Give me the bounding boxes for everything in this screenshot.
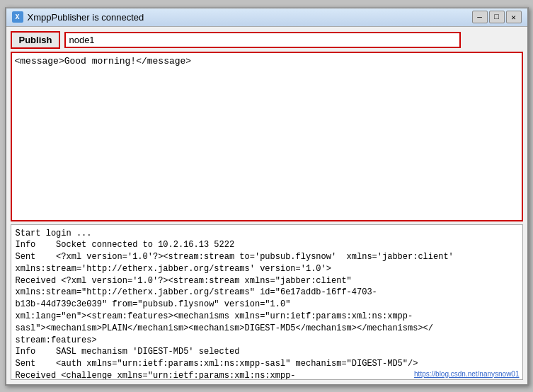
title-bar: X XmppPublisher is connected — □ ✕: [6, 8, 527, 27]
window-title: XmppPublisher is connected: [28, 12, 144, 23]
node-input[interactable]: [64, 32, 461, 48]
main-window: X XmppPublisher is connected — □ ✕ Publi…: [5, 7, 529, 386]
close-button[interactable]: ✕: [506, 11, 522, 23]
log-line: Info SASL mechanism 'DIGEST-MD5' selecte…: [16, 346, 518, 358]
log-line: xmlns:stream="http://etherx.jabber.org/s…: [16, 287, 518, 299]
title-controls: — □ ✕: [472, 11, 522, 23]
minimize-button[interactable]: —: [472, 11, 488, 23]
log-line: sasl"><mechanism>PLAIN</mechanism><mecha…: [16, 323, 518, 335]
toolbar-row: Publish: [11, 31, 523, 49]
app-icon: X: [12, 11, 23, 23]
log-line: Start login ...: [16, 228, 518, 240]
log-line: stream:features>: [16, 335, 518, 347]
message-text: <message>Good morning!</message>: [15, 56, 192, 67]
watermark: https://blog.csdn.net/nanysnow01: [414, 370, 519, 378]
log-line: xmlns:stream='http://etherx.jabber.org/s…: [16, 263, 518, 275]
log-line: Sent <auth xmlns="urn:ietf:params:xml:ns…: [16, 358, 518, 370]
message-area[interactable]: <message>Good morning!</message>: [11, 52, 523, 221]
log-line: b13b-44d739c3e039" from="pubsub.flysnow"…: [16, 299, 518, 311]
log-line: xml:lang="en"><stream:features><mechanis…: [16, 311, 518, 323]
log-line: Sent <?xml version='1.0'?><stream:stream…: [16, 251, 518, 263]
restore-button[interactable]: □: [489, 11, 505, 23]
log-area-container: Start login ...Info Socket connected to …: [11, 224, 523, 380]
publish-button[interactable]: Publish: [11, 31, 61, 49]
log-area[interactable]: Start login ...Info Socket connected to …: [11, 225, 522, 379]
log-line: Info Socket connected to 10.2.16.13 5222: [16, 239, 518, 251]
log-line: Received <?xml version='1.0'?><stream:st…: [16, 275, 518, 287]
title-bar-left: X XmppPublisher is connected: [12, 11, 144, 23]
window-content: Publish <message>Good morning!</message>…: [6, 27, 527, 384]
